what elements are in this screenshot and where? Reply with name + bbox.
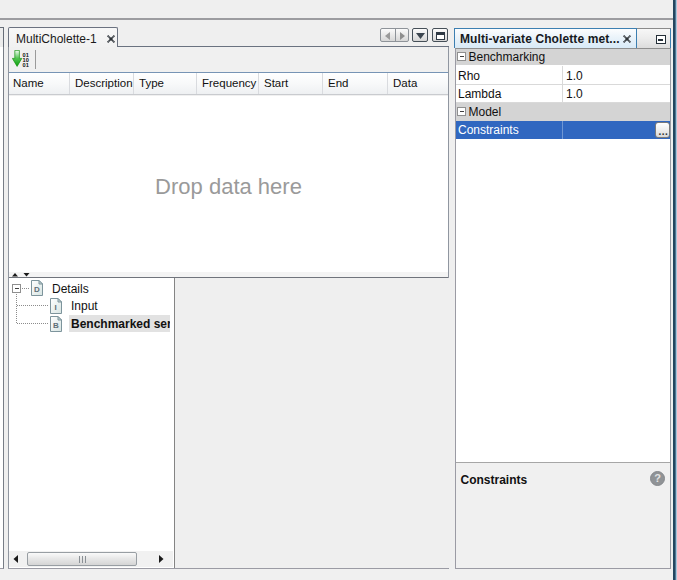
svg-text:01: 01 (22, 62, 29, 68)
svg-text:I: I (55, 302, 57, 311)
svg-text:B: B (53, 320, 59, 329)
svg-text:D: D (34, 284, 40, 293)
